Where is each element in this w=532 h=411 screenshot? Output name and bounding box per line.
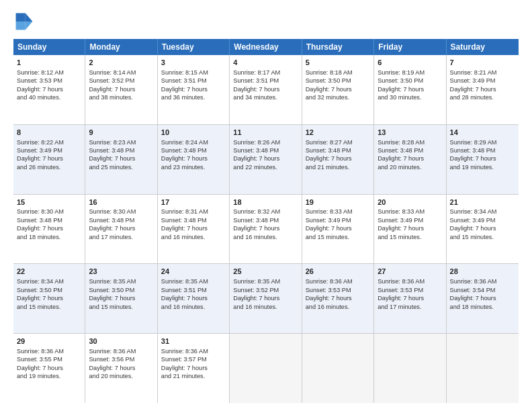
day-info-line: and 18 minutes. — [450, 304, 494, 310]
day-info-line: Sunrise: 8:30 AM — [89, 208, 136, 215]
day-info-line: Sunrise: 8:19 AM — [378, 69, 425, 76]
day-info-line: Sunset: 3:48 PM — [89, 217, 134, 224]
day-cell-30: 30Sunrise: 8:36 AMSunset: 3:56 PMDayligh… — [85, 334, 157, 403]
day-info-line: and 25 minutes. — [89, 164, 132, 171]
day-info-line: Daylight: 7 hours — [89, 155, 135, 162]
day-info-line: Sunrise: 8:30 AM — [17, 208, 64, 215]
day-info-line: Daylight: 7 hours — [161, 295, 208, 302]
day-info-line: Sunset: 3:50 PM — [89, 287, 134, 293]
header-day-sunday: Sunday — [13, 39, 85, 55]
day-number: 30 — [89, 336, 153, 347]
day-cell-2: 2Sunrise: 8:14 AMSunset: 3:52 PMDaylight… — [85, 55, 157, 124]
svg-rect-2 — [16, 13, 26, 21]
day-number: 9 — [89, 128, 153, 138]
day-cell-25: 25Sunrise: 8:35 AMSunset: 3:52 PMDayligh… — [230, 264, 302, 333]
calendar-header: SundayMondayTuesdayWednesdayThursdayFrid… — [13, 39, 519, 55]
day-info-line: Sunrise: 8:22 AM — [17, 139, 64, 146]
day-info-line: Sunset: 3:49 PM — [306, 217, 351, 224]
day-info-line: Sunset: 3:53 PM — [17, 77, 62, 84]
day-number: 3 — [161, 58, 226, 68]
day-number: 14 — [450, 128, 515, 138]
svg-rect-3 — [16, 21, 26, 30]
day-cell-24: 24Sunrise: 8:35 AMSunset: 3:51 PMDayligh… — [158, 264, 230, 333]
day-number: 17 — [161, 197, 226, 208]
day-number: 15 — [17, 197, 81, 208]
day-cell-5: 5Sunrise: 8:18 AMSunset: 3:50 PMDaylight… — [302, 55, 374, 124]
day-info-line: Daylight: 7 hours — [233, 86, 279, 93]
svg-marker-0 — [26, 13, 33, 21]
day-info-line: Sunset: 3:48 PM — [161, 147, 207, 154]
day-number: 2 — [89, 58, 153, 68]
day-number: 1 — [17, 58, 81, 68]
day-info-line: and 16 minutes. — [161, 234, 205, 240]
day-info-line: Daylight: 7 hours — [450, 225, 496, 232]
header-day-wednesday: Wednesday — [230, 39, 302, 55]
day-cell-18: 18Sunrise: 8:32 AMSunset: 3:48 PMDayligh… — [230, 195, 302, 264]
day-info-line: Sunrise: 8:36 AM — [450, 278, 497, 285]
logo — [13, 11, 38, 32]
day-info-line: and 17 minutes. — [378, 304, 421, 310]
day-info-line: Sunset: 3:51 PM — [161, 287, 207, 293]
day-info-line: Sunset: 3:49 PM — [450, 77, 496, 84]
day-number: 5 — [306, 58, 370, 68]
day-info-line: Sunset: 3:52 PM — [233, 287, 279, 293]
day-cell-26: 26Sunrise: 8:36 AMSunset: 3:53 PMDayligh… — [302, 264, 374, 333]
day-info-line: Sunrise: 8:35 AM — [161, 278, 208, 285]
day-info-line: and 22 minutes. — [233, 164, 277, 171]
day-info-line: and 15 minutes. — [17, 304, 60, 310]
day-number: 4 — [233, 58, 298, 68]
day-number: 29 — [17, 336, 81, 347]
day-info-line: Sunrise: 8:33 AM — [378, 208, 425, 215]
day-info-line: Sunset: 3:53 PM — [378, 287, 423, 293]
day-info-line: Daylight: 7 hours — [17, 365, 63, 371]
day-number: 22 — [17, 267, 81, 277]
day-number: 13 — [378, 128, 442, 138]
header-day-monday: Monday — [85, 39, 157, 55]
day-cell-31: 31Sunrise: 8:36 AMSunset: 3:57 PMDayligh… — [158, 334, 230, 403]
day-cell-20: 20Sunrise: 8:33 AMSunset: 3:49 PMDayligh… — [374, 195, 446, 264]
day-info-line: and 15 minutes. — [450, 234, 494, 240]
day-info-line: and 18 minutes. — [17, 234, 60, 240]
day-number: 25 — [233, 267, 298, 277]
day-number: 11 — [233, 128, 298, 138]
day-info-line: Sunrise: 8:36 AM — [161, 348, 208, 355]
day-info-line: Daylight: 7 hours — [450, 86, 496, 93]
day-cell-28: 28Sunrise: 8:36 AMSunset: 3:54 PMDayligh… — [447, 264, 519, 333]
day-number: 23 — [89, 267, 153, 277]
day-info-line: Sunset: 3:48 PM — [233, 217, 279, 224]
svg-marker-1 — [26, 21, 33, 30]
day-cell-3: 3Sunrise: 8:15 AMSunset: 3:51 PMDaylight… — [158, 55, 230, 124]
day-cell-6: 6Sunrise: 8:19 AMSunset: 3:50 PMDaylight… — [374, 55, 446, 124]
day-info-line: Daylight: 7 hours — [161, 365, 208, 371]
day-info-line: Daylight: 7 hours — [450, 295, 496, 302]
day-info-line: and 16 minutes. — [161, 304, 205, 310]
logo-icon — [13, 11, 35, 32]
day-info-line: Daylight: 7 hours — [89, 225, 135, 232]
day-cell-19: 19Sunrise: 8:33 AMSunset: 3:49 PMDayligh… — [302, 195, 374, 264]
day-info-line: and 28 minutes. — [450, 94, 494, 101]
day-info-line: and 16 minutes. — [233, 234, 277, 240]
day-info-line: Sunset: 3:51 PM — [161, 77, 207, 84]
day-info-line: Sunrise: 8:36 AM — [378, 278, 425, 285]
day-info-line: Sunset: 3:52 PM — [89, 77, 134, 84]
empty-cell — [447, 334, 519, 403]
day-info-line: Daylight: 7 hours — [378, 155, 424, 162]
day-info-line: and 38 minutes. — [89, 94, 132, 101]
day-cell-27: 27Sunrise: 8:36 AMSunset: 3:53 PMDayligh… — [374, 264, 446, 333]
day-info-line: and 32 minutes. — [306, 94, 349, 101]
day-info-line: Sunrise: 8:18 AM — [306, 69, 353, 76]
day-info-line: Sunset: 3:56 PM — [89, 356, 134, 363]
day-info-line: Sunrise: 8:26 AM — [233, 139, 280, 146]
day-cell-7: 7Sunrise: 8:21 AMSunset: 3:49 PMDaylight… — [447, 55, 519, 124]
day-info-line: and 19 minutes. — [450, 164, 494, 171]
day-info-line: Sunrise: 8:33 AM — [306, 208, 353, 215]
day-cell-23: 23Sunrise: 8:35 AMSunset: 3:50 PMDayligh… — [85, 264, 157, 333]
day-info-line: Sunset: 3:55 PM — [17, 356, 62, 363]
day-info-line: Daylight: 7 hours — [378, 225, 424, 232]
day-info-line: Sunrise: 8:27 AM — [306, 139, 353, 146]
day-number: 31 — [161, 336, 226, 347]
header-day-saturday: Saturday — [447, 39, 519, 55]
day-cell-29: 29Sunrise: 8:36 AMSunset: 3:55 PMDayligh… — [13, 334, 85, 403]
day-number: 20 — [378, 197, 442, 208]
day-info-line: and 19 minutes. — [17, 373, 60, 379]
